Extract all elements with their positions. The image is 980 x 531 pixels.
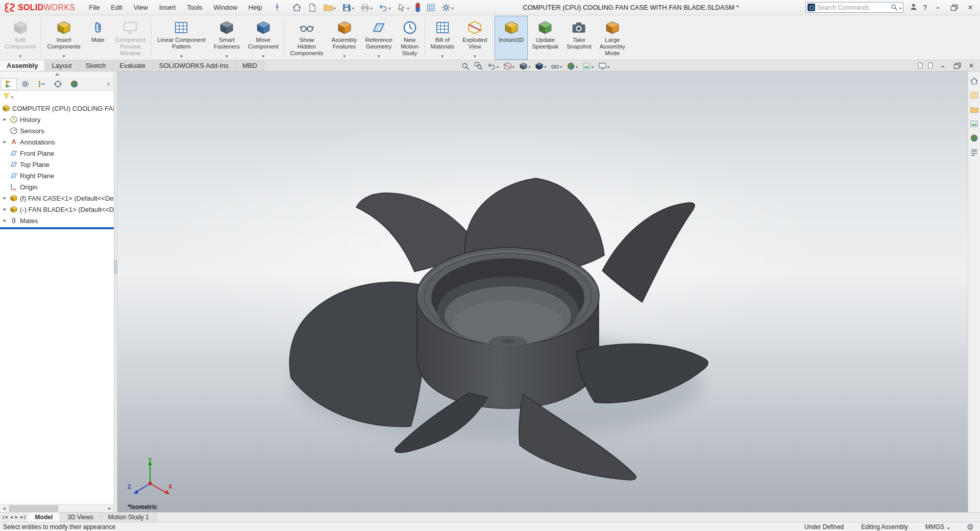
dimxpert-manager-tab[interactable] bbox=[50, 78, 66, 90]
component-preview-window-button[interactable]: Component Preview Window bbox=[111, 16, 150, 60]
show-hidden-components-button[interactable]: Show Hidden Components bbox=[286, 16, 327, 60]
tree-item-mates[interactable]: Mates bbox=[0, 215, 114, 226]
appearances-scenes-icon[interactable] bbox=[970, 134, 978, 142]
panel-horizontal-scrollbar[interactable] bbox=[0, 504, 114, 512]
tree-item-right-plane[interactable]: Right Plane bbox=[0, 170, 114, 181]
tab-assembly[interactable]: Assembly bbox=[0, 60, 45, 71]
view-settings-button[interactable] bbox=[597, 61, 611, 71]
tab-solidworks-add-ins[interactable]: SOLIDWORKS Add-Ins bbox=[153, 60, 236, 71]
menu-insert[interactable]: Insert bbox=[154, 1, 182, 14]
tree-item-history[interactable]: History bbox=[0, 114, 114, 125]
doc-restore-button[interactable] bbox=[951, 61, 963, 71]
tab-motion-study-1[interactable]: Motion Study 1 bbox=[101, 513, 157, 522]
tree-item-fan-blade[interactable]: (-) FAN BLADE<1> (Default<<Def bbox=[0, 204, 114, 215]
panel-collapse-handle[interactable] bbox=[0, 71, 114, 77]
save-button[interactable] bbox=[339, 1, 357, 14]
custom-properties-icon[interactable] bbox=[970, 148, 978, 157]
tree-item-top-plane[interactable]: Top Plane bbox=[0, 159, 114, 170]
display-manager-tab[interactable] bbox=[66, 78, 82, 90]
tree-item-fan-case[interactable]: (f) FAN CASE<1> (Default<<Defa bbox=[0, 192, 114, 204]
tree-item-annotations[interactable]: A Annotations bbox=[0, 136, 114, 148]
last-tab-button[interactable] bbox=[20, 515, 25, 519]
expand-arrow-icon[interactable] bbox=[2, 219, 8, 223]
move-component-button[interactable]: Move Component bbox=[244, 16, 282, 60]
exploded-view-button[interactable]: Exploded View bbox=[458, 16, 491, 60]
doc-minimize-button[interactable] bbox=[937, 61, 948, 71]
close-button[interactable] bbox=[965, 3, 976, 13]
update-speedpak-button[interactable]: Update Speedpak bbox=[528, 16, 562, 60]
expand-arrow-icon[interactable] bbox=[2, 207, 8, 211]
viewport-3d[interactable]: Y X Z *Isometric bbox=[117, 71, 968, 512]
tab-sketch[interactable]: Sketch bbox=[79, 60, 113, 71]
menu-view[interactable]: View bbox=[128, 1, 154, 14]
tree-root-assembly[interactable]: COMPUTER (CPU) COOLING FAN CAS bbox=[0, 103, 114, 114]
feature-manager-tab[interactable] bbox=[1, 78, 17, 90]
tab-mbd[interactable]: MBD bbox=[236, 60, 264, 71]
scroll-right-button[interactable] bbox=[106, 505, 114, 512]
scroll-left-button[interactable] bbox=[0, 505, 8, 512]
help-icon[interactable] bbox=[923, 4, 927, 12]
doc-close-button[interactable] bbox=[966, 61, 977, 71]
filter-caret-icon[interactable] bbox=[11, 92, 13, 100]
expand-arrow-icon[interactable] bbox=[2, 196, 8, 200]
view-palette-icon[interactable] bbox=[970, 119, 978, 128]
hide-show-items-button[interactable] bbox=[549, 61, 564, 71]
menu-window[interactable]: Window bbox=[208, 1, 243, 14]
instant3d-button[interactable]: Instant3D bbox=[495, 16, 528, 60]
new-motion-study-button[interactable]: New Motion Study bbox=[397, 16, 423, 60]
tab-layout[interactable]: Layout bbox=[45, 60, 79, 71]
configuration-manager-tab[interactable] bbox=[34, 78, 50, 90]
mate-button[interactable]: Mate bbox=[85, 16, 111, 60]
home-button[interactable] bbox=[289, 1, 304, 14]
file-properties-button[interactable] bbox=[424, 1, 438, 14]
window-pane-icon[interactable] bbox=[917, 62, 924, 70]
tree-item-origin[interactable]: Origin bbox=[0, 181, 114, 192]
undo-button[interactable] bbox=[376, 1, 394, 14]
tab-3d-views[interactable]: 3D Views bbox=[60, 513, 101, 522]
assembly-features-button[interactable]: Assembly Features bbox=[328, 16, 361, 60]
linear-component-pattern-button[interactable]: Linear Component Pattern bbox=[153, 16, 210, 60]
previous-tab-button[interactable] bbox=[9, 515, 13, 519]
view-orientation-button[interactable] bbox=[518, 61, 532, 71]
expand-arrow-icon[interactable] bbox=[2, 117, 8, 122]
print-button[interactable] bbox=[358, 1, 375, 14]
tree-item-front-plane[interactable]: Front Plane bbox=[0, 148, 114, 159]
pin-menu-icon[interactable] bbox=[273, 4, 281, 12]
reference-geometry-button[interactable]: Reference Geometry bbox=[361, 16, 396, 60]
search-caret-icon[interactable] bbox=[899, 4, 901, 11]
options-button[interactable] bbox=[439, 1, 456, 14]
tree-item-sensors[interactable]: Sensors bbox=[0, 125, 114, 136]
experience-platform-icon[interactable] bbox=[807, 4, 815, 11]
search-icon[interactable] bbox=[890, 3, 898, 12]
new-document-button[interactable] bbox=[305, 1, 320, 14]
bill-of-materials-button[interactable]: Bill of Materials bbox=[427, 16, 459, 60]
search-input[interactable] bbox=[817, 4, 889, 11]
apply-scene-button[interactable] bbox=[581, 61, 595, 71]
smart-fasteners-button[interactable]: Smart Fasteners bbox=[210, 16, 244, 60]
solidworks-resources-icon[interactable] bbox=[970, 77, 978, 85]
zoom-to-area-button[interactable] bbox=[473, 61, 484, 71]
tab-evaluate[interactable]: Evaluate bbox=[113, 60, 153, 71]
expand-arrow-icon[interactable] bbox=[2, 140, 8, 144]
next-tab-button[interactable] bbox=[15, 515, 18, 519]
user-account-icon[interactable] bbox=[910, 3, 918, 12]
units-selector[interactable]: MMGS bbox=[925, 523, 949, 530]
scroll-track[interactable] bbox=[8, 505, 106, 512]
large-assembly-mode-button[interactable]: Large Assembly Mode bbox=[596, 16, 629, 60]
scroll-thumb[interactable] bbox=[9, 505, 58, 512]
edit-appearance-button[interactable] bbox=[565, 61, 579, 71]
restore-button[interactable] bbox=[948, 3, 960, 13]
take-snapshot-button[interactable]: Take Snapshot bbox=[562, 16, 596, 60]
section-view-button[interactable] bbox=[502, 61, 516, 71]
open-button[interactable] bbox=[321, 1, 338, 14]
edit-component-button[interactable]: Edit Component bbox=[1, 16, 39, 60]
zoom-to-fit-button[interactable] bbox=[459, 61, 471, 71]
status-globe-icon[interactable] bbox=[967, 523, 974, 530]
filter-funnel-icon[interactable] bbox=[3, 92, 10, 100]
menu-help[interactable]: Help bbox=[243, 1, 268, 14]
menu-tools[interactable]: Tools bbox=[181, 1, 208, 14]
tab-model[interactable]: Model bbox=[28, 513, 61, 522]
file-explorer-icon[interactable] bbox=[970, 105, 978, 114]
menu-edit[interactable]: Edit bbox=[105, 1, 128, 14]
insert-components-button[interactable]: Insert Components bbox=[43, 16, 84, 60]
